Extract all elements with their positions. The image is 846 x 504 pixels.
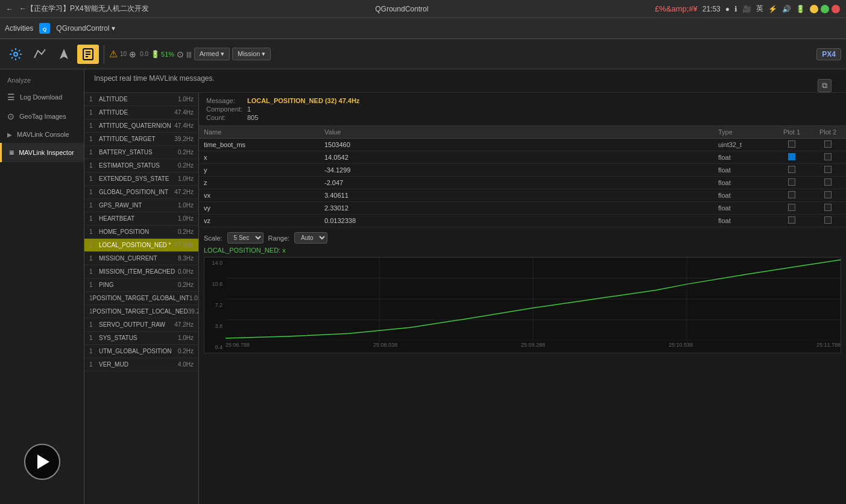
message-row[interactable]: 1 ALTITUDE 1.0Hz bbox=[84, 93, 198, 106]
plot2-checkbox[interactable] bbox=[824, 153, 832, 160]
sidebar-spacer bbox=[0, 166, 84, 432]
sidebar-analyze-section: Analyze ☰ Log Download ⊙ GeoTag Images ▶… bbox=[0, 69, 84, 166]
sidebar-item-log-download[interactable]: ☰ Log Download bbox=[0, 87, 84, 107]
row-plot1[interactable] bbox=[774, 177, 810, 189]
msg-freq: 1.0Hz bbox=[178, 202, 194, 209]
svg-point-2 bbox=[14, 52, 17, 56]
msg-name: ATTITUDE_TARGET bbox=[99, 136, 174, 142]
message-row[interactable]: 1 HEARTBEAT 1.0Hz bbox=[84, 212, 198, 225]
message-row[interactable]: 1 POSITION_TARGET_LOCAL_NED 39.2Hz bbox=[84, 305, 198, 318]
message-row[interactable]: 1 BATTERY_STATUS 0.2Hz bbox=[84, 146, 198, 159]
fly-icon bbox=[57, 47, 71, 61]
row-plot1[interactable] bbox=[774, 189, 810, 202]
message-row[interactable]: 1 MISSION_ITEM_REACHED 0.0Hz bbox=[84, 265, 198, 279]
msg-name: GLOBAL_POSITION_INT bbox=[99, 189, 174, 195]
fly-button[interactable] bbox=[53, 45, 75, 64]
analyze-button[interactable] bbox=[77, 45, 99, 64]
plot2-checkbox[interactable] bbox=[824, 178, 832, 186]
message-row[interactable]: 1 PING 0.2Hz bbox=[84, 279, 198, 292]
close-btn[interactable] bbox=[832, 5, 840, 13]
plot1-checkbox[interactable] bbox=[788, 191, 795, 198]
msg-id: 1 bbox=[89, 242, 99, 248]
msg-id: 1 bbox=[89, 268, 99, 275]
message-list[interactable]: 1 ALTITUDE 1.0Hz 1 ATTITUDE 47.4Hz 1 ATT… bbox=[84, 93, 199, 504]
row-type: float bbox=[713, 215, 774, 227]
row-plot2[interactable] bbox=[810, 151, 846, 164]
sidebar-item-mavlink-inspector[interactable]: ≡ MAVLink Inspector bbox=[0, 143, 84, 162]
row-plot1[interactable] bbox=[774, 164, 810, 177]
corner-expand-button[interactable]: ⧉ bbox=[818, 79, 832, 92]
message-row[interactable]: 1 GPS_RAW_INT 1.0Hz bbox=[84, 199, 198, 212]
row-value: -2.047 bbox=[320, 177, 713, 189]
msg-id: 1 bbox=[89, 255, 99, 262]
plot2-checkbox[interactable] bbox=[824, 204, 832, 211]
row-name: x bbox=[199, 151, 320, 164]
drone-icon: ⊕ bbox=[129, 49, 139, 59]
activities-label[interactable]: Activities bbox=[5, 24, 33, 33]
plot1-checkbox[interactable] bbox=[788, 140, 795, 148]
row-plot2[interactable] bbox=[810, 164, 846, 177]
row-value: 3.40611 bbox=[320, 189, 713, 202]
row-plot1[interactable] bbox=[774, 215, 810, 227]
os-time: 21:53 bbox=[702, 5, 721, 13]
row-plot2[interactable] bbox=[810, 177, 846, 189]
plot1-checkbox[interactable] bbox=[788, 178, 795, 186]
msg-name: HEARTBEAT bbox=[99, 215, 178, 222]
warning-icon: ⚠ bbox=[109, 48, 118, 60]
message-row[interactable]: 1 LOCAL_POSITION_NED * 47.4Hz bbox=[84, 239, 198, 252]
row-plot2[interactable] bbox=[810, 202, 846, 215]
row-name: y bbox=[199, 164, 320, 177]
play-button[interactable] bbox=[24, 444, 60, 480]
row-plot1[interactable] bbox=[774, 151, 810, 164]
row-plot1[interactable] bbox=[774, 202, 810, 215]
message-row[interactable]: 1 HOME_POSITION 0.2Hz bbox=[84, 225, 198, 239]
gear-button[interactable] bbox=[5, 45, 27, 64]
message-row[interactable]: 1 ATTITUDE 47.4Hz bbox=[84, 106, 198, 119]
message-row[interactable]: 1 SYS_STATUS 1.0Hz bbox=[84, 332, 198, 345]
qgc-app-label[interactable]: QGroundControl ▾ bbox=[56, 24, 115, 33]
message-row[interactable]: 1 GLOBAL_POSITION_INT 47.2Hz bbox=[84, 186, 198, 199]
os-bar-right: £%&amp;#¥ 21:53 ● ℹ 🎥 英 ⚡ 🔊 🔋 bbox=[655, 4, 840, 14]
message-row[interactable]: 1 ATTITUDE_QUATERNION 47.4Hz bbox=[84, 119, 198, 133]
scale-select[interactable]: 5 Sec bbox=[227, 232, 264, 244]
msg-id: 1 bbox=[89, 228, 99, 235]
mission-button[interactable]: Mission ▾ bbox=[232, 48, 271, 60]
msg-freq: 0.2Hz bbox=[178, 348, 194, 354]
gear-icon bbox=[8, 47, 23, 61]
mavlink-layout: 1 ALTITUDE 1.0Hz 1 ATTITUDE 47.4Hz 1 ATT… bbox=[84, 93, 846, 504]
range-select[interactable]: Auto bbox=[294, 232, 327, 244]
message-row[interactable]: 1 MISSION_CURRENT 8.3Hz bbox=[84, 252, 198, 265]
plot1-checkbox[interactable] bbox=[788, 166, 795, 173]
message-row[interactable]: 1 ATTITUDE_TARGET 39.2Hz bbox=[84, 133, 198, 146]
message-row[interactable]: 1 UTM_GLOBAL_POSITION 0.2Hz bbox=[84, 345, 198, 358]
row-value: 14.0542 bbox=[320, 151, 713, 164]
plot1-checkbox[interactable] bbox=[788, 216, 795, 224]
minimize-btn[interactable] bbox=[810, 5, 818, 13]
sidebar-item-mavlink-console[interactable]: ▶ MAVLink Console bbox=[0, 126, 84, 143]
message-row[interactable]: 1 POSITION_TARGET_GLOBAL_INT 1.0Hz bbox=[84, 292, 198, 305]
message-row[interactable]: 1 VER_MUD 4.0Hz bbox=[84, 358, 198, 371]
row-plot2[interactable] bbox=[810, 139, 846, 151]
message-row[interactable]: 1 SERVO_OUTPUT_RAW 47.2Hz bbox=[84, 318, 198, 332]
plot1-checkbox[interactable] bbox=[788, 204, 795, 211]
armed-button[interactable]: Armed ▾ bbox=[194, 48, 230, 60]
msg-name: SYS_STATUS bbox=[99, 335, 178, 341]
message-row[interactable]: 1 ESTIMATOR_STATUS 0.2Hz bbox=[84, 159, 198, 172]
row-plot2[interactable] bbox=[810, 215, 846, 227]
plot2-checkbox[interactable] bbox=[824, 191, 832, 198]
plot2-checkbox[interactable] bbox=[824, 216, 832, 224]
row-plot1[interactable] bbox=[774, 139, 810, 151]
msg-name: MISSION_ITEM_REACHED bbox=[99, 268, 178, 275]
plan-button[interactable] bbox=[29, 45, 51, 64]
plot1-checkbox[interactable] bbox=[788, 153, 795, 160]
msg-name: POSITION_TARGET_LOCAL_NED bbox=[93, 308, 188, 315]
plot2-checkbox[interactable] bbox=[824, 166, 832, 173]
maximize-btn[interactable] bbox=[821, 5, 829, 13]
px4-logo: PX4 bbox=[816, 48, 841, 60]
sidebar-item-geotag[interactable]: ⊙ GeoTag Images bbox=[0, 107, 84, 126]
message-row[interactable]: 1 EXTENDED_SYS_STATE 1.0Hz bbox=[84, 172, 198, 186]
msg-freq: 1.0Hz bbox=[178, 335, 194, 341]
row-plot2[interactable] bbox=[810, 189, 846, 202]
msg-id: 1 bbox=[89, 348, 99, 354]
plot2-checkbox[interactable] bbox=[824, 140, 832, 148]
